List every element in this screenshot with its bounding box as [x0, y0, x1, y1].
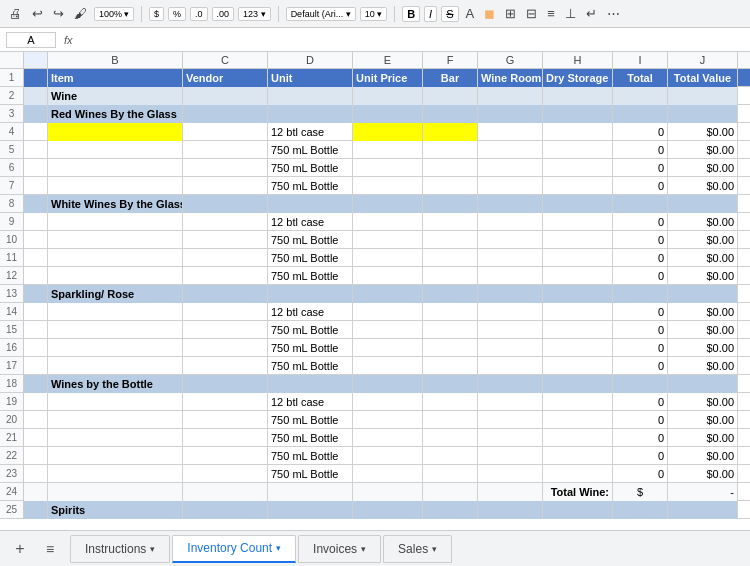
cell-wine-room[interactable]: [478, 447, 543, 465]
cell-wine-room[interactable]: [478, 321, 543, 339]
cell-unit-price[interactable]: [353, 339, 423, 357]
cell-total[interactable]: 0: [613, 267, 668, 285]
cell-dry-storage[interactable]: [543, 123, 613, 141]
header-dry-storage[interactable]: Dry Storage: [543, 69, 613, 87]
cell-a[interactable]: [24, 303, 48, 321]
cell-a[interactable]: [24, 249, 48, 267]
valign-icon[interactable]: ⊥: [562, 4, 579, 23]
col-header-b[interactable]: B: [48, 52, 183, 68]
cell-dry-storage[interactable]: [543, 303, 613, 321]
cell-vendor[interactable]: [183, 465, 268, 483]
more-icon[interactable]: ⋯: [604, 4, 623, 23]
wrap-icon[interactable]: ↵: [583, 4, 600, 23]
format123-dropdown[interactable]: 123 ▾: [238, 7, 271, 21]
cell-total-value[interactable]: $0.00: [668, 159, 738, 177]
cell-e[interactable]: [423, 87, 478, 105]
cell-i[interactable]: [668, 87, 738, 105]
cell-wine-room[interactable]: [478, 159, 543, 177]
cell-bar[interactable]: [423, 339, 478, 357]
cell-dry-storage[interactable]: [543, 249, 613, 267]
col-header-e[interactable]: E: [353, 52, 423, 68]
cell-a[interactable]: [24, 411, 48, 429]
tab-invoices[interactable]: Invoices ▾: [298, 535, 381, 563]
cell-total-value[interactable]: $0.00: [668, 321, 738, 339]
cell-unit[interactable]: 750 mL Bottle: [268, 357, 353, 375]
cell-wine-room[interactable]: [478, 141, 543, 159]
cell-unit-price[interactable]: [353, 159, 423, 177]
cell-a[interactable]: [24, 357, 48, 375]
col-header-f[interactable]: F: [423, 52, 478, 68]
print-icon[interactable]: 🖨: [6, 4, 25, 23]
cell-item-name[interactable]: [48, 429, 183, 447]
cell-dry-storage[interactable]: [543, 393, 613, 411]
highlight-icon[interactable]: ◼: [481, 4, 498, 23]
cell-bar[interactable]: [423, 411, 478, 429]
cell-vendor[interactable]: [183, 213, 268, 231]
cell-unit[interactable]: 750 mL Bottle: [268, 339, 353, 357]
cell-a[interactable]: [24, 429, 48, 447]
cell-item-name[interactable]: [48, 141, 183, 159]
cell-wine-room[interactable]: [478, 249, 543, 267]
currency-btn[interactable]: $: [149, 7, 164, 21]
cell-item-name[interactable]: [48, 177, 183, 195]
cell-total-value[interactable]: $0.00: [668, 123, 738, 141]
cell-a[interactable]: [24, 141, 48, 159]
cell-total[interactable]: 0: [613, 141, 668, 159]
cell-bar[interactable]: [423, 123, 478, 141]
cell-wine-room[interactable]: [478, 213, 543, 231]
cell-unit-price[interactable]: [353, 249, 423, 267]
col-header-g[interactable]: G: [478, 52, 543, 68]
cell-unit-price[interactable]: [353, 141, 423, 159]
cell-total[interactable]: 0: [613, 465, 668, 483]
cell-total[interactable]: 0: [613, 447, 668, 465]
cell-item-name[interactable]: [48, 213, 183, 231]
cell-vendor[interactable]: [183, 393, 268, 411]
cell-bar[interactable]: [423, 447, 478, 465]
cell-a[interactable]: [24, 393, 48, 411]
cell-dry-storage[interactable]: [543, 429, 613, 447]
cell-a[interactable]: [24, 87, 48, 105]
cell-white-wines-label[interactable]: White Wines By the Glass: [48, 195, 183, 213]
cell-a[interactable]: [24, 231, 48, 249]
cell-total-value[interactable]: $0.00: [668, 249, 738, 267]
cell-item-name[interactable]: [48, 249, 183, 267]
paint-icon[interactable]: 🖌: [71, 4, 90, 23]
col-header-a[interactable]: [24, 52, 48, 68]
cell-vendor[interactable]: [183, 231, 268, 249]
zoom-dropdown[interactable]: 100% ▾: [94, 7, 134, 21]
cell-wine-room[interactable]: [478, 267, 543, 285]
cell-wine-room[interactable]: [478, 177, 543, 195]
cell-a[interactable]: [24, 213, 48, 231]
cell-total[interactable]: 0: [613, 159, 668, 177]
cell-e[interactable]: [423, 105, 478, 123]
cell-f[interactable]: [478, 87, 543, 105]
tab-instructions[interactable]: Instructions ▾: [70, 535, 170, 563]
cell-vendor[interactable]: [183, 177, 268, 195]
cell-vendor[interactable]: [183, 321, 268, 339]
cell-wine-room[interactable]: [478, 393, 543, 411]
cell-item-name[interactable]: [48, 159, 183, 177]
cell-wine-label[interactable]: Wine: [48, 87, 183, 105]
cell-item-name[interactable]: [48, 393, 183, 411]
cell-item-name[interactable]: [48, 465, 183, 483]
tab-sales-arrow[interactable]: ▾: [432, 544, 437, 554]
cell-total-value[interactable]: $0.00: [668, 177, 738, 195]
cell-total-value[interactable]: $0.00: [668, 411, 738, 429]
cell-spirits-label[interactable]: Spirits: [48, 501, 183, 519]
cell-i[interactable]: [668, 105, 738, 123]
fontsize-dropdown[interactable]: 10 ▾: [360, 7, 388, 21]
cell-unit-price[interactable]: [353, 123, 423, 141]
cell-item-name[interactable]: [48, 339, 183, 357]
cell-unit[interactable]: 750 mL Bottle: [268, 465, 353, 483]
cell-d[interactable]: [353, 105, 423, 123]
cell-unit-price[interactable]: [353, 357, 423, 375]
cell-vendor[interactable]: [183, 357, 268, 375]
cell-a[interactable]: [24, 195, 48, 213]
cell-unit[interactable]: 750 mL Bottle: [268, 411, 353, 429]
decimal0-btn[interactable]: .0: [190, 7, 208, 21]
cell-total[interactable]: 0: [613, 213, 668, 231]
cell-dry-storage[interactable]: [543, 357, 613, 375]
cell-vendor[interactable]: [183, 159, 268, 177]
cell-wine-room[interactable]: [478, 429, 543, 447]
bold-btn[interactable]: B: [402, 6, 420, 22]
